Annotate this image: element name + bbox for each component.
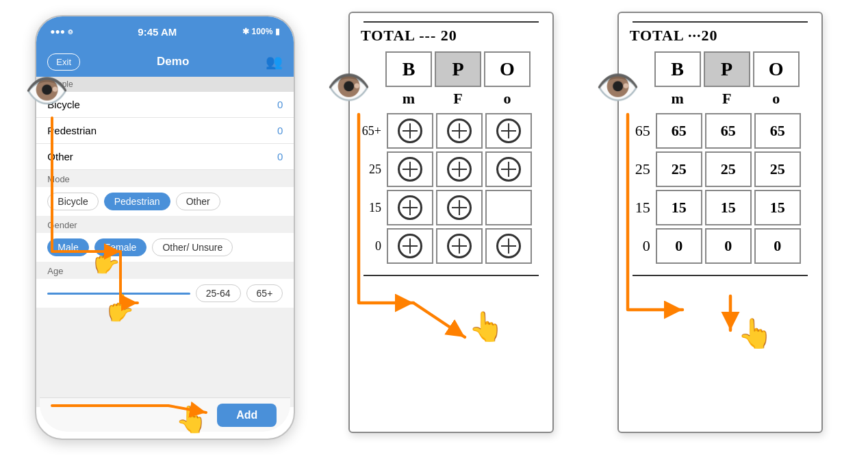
sub-row: m F o	[385, 90, 544, 108]
pedestrian-label: Pedestrian	[47, 125, 97, 136]
paper-bottom-line	[363, 275, 539, 276]
other-row: Other 0	[36, 144, 294, 170]
eye-icon-2: 👁️	[327, 66, 371, 108]
cell-25-b-3: 25	[656, 151, 702, 187]
cell-15-b-3: 15	[656, 190, 702, 225]
users-icon: 👥	[266, 53, 283, 70]
paper-panel-2: 👁️ TOTAL --- 20 B P O m F o 65+	[335, 8, 567, 447]
hand-icon-1: 👆	[90, 245, 122, 275]
phone-bottom-bar: Add	[40, 397, 290, 432]
col-headers-3: B P O	[654, 51, 813, 87]
row-0: 0	[358, 228, 544, 264]
cell-0-b	[387, 228, 433, 264]
bicycle-row: Bicycle 0	[36, 92, 294, 118]
row-25: 25	[358, 151, 544, 187]
pedestrian-row: Pedestrian 0	[36, 118, 294, 144]
paper-sheet-2: TOTAL --- 20 B P O m F o 65+	[348, 12, 554, 433]
phone-frame: ●●● ⌾ 9:45 AM ✱ 100% ▮ Exit Demo 👥 Peopl…	[35, 15, 295, 440]
paper-bottom-line-3	[633, 275, 808, 276]
cell-25-p-3: 25	[705, 151, 752, 187]
mode-chips: Bicycle Pedestrian Other	[36, 187, 294, 216]
wifi-icon: ⌾	[68, 27, 73, 36]
cell-15-o	[485, 190, 532, 225]
row-65-3: 65 65 65 65	[627, 113, 813, 149]
battery-icon: ▮	[275, 27, 280, 36]
chip-other-mode[interactable]: Other	[176, 193, 220, 210]
chip-25-64[interactable]: 25-64	[196, 284, 241, 302]
status-time: 9:45 AM	[138, 26, 177, 38]
exit-button[interactable]: Exit	[47, 53, 80, 71]
cell-65-b-3: 65	[656, 113, 702, 149]
phone-content: People Bicycle 0 Pedestrian 0 Other 0 Mo…	[36, 77, 294, 407]
chip-other-unsure[interactable]: Other/ Unsure	[152, 238, 233, 256]
col-p: P	[435, 51, 481, 87]
age-row: 25-64 65+	[36, 279, 294, 308]
cell-0-o	[485, 228, 532, 264]
status-bar: ●●● ⌾ 9:45 AM ✱ 100% ▮	[36, 16, 294, 47]
gender-label: Gender	[47, 220, 77, 230]
paper-grid-2: B P O m F o 65+ 25	[350, 46, 552, 269]
bicycle-value: 0	[277, 99, 283, 110]
sub-f-3: F	[704, 90, 750, 108]
sub-row-3: m F o	[654, 90, 813, 108]
hand-icon-2: 👆	[103, 293, 136, 323]
cell-65-b	[387, 113, 433, 149]
sub-m: m	[385, 90, 432, 108]
col-b: B	[385, 51, 432, 87]
gender-section-header: Gender	[36, 216, 294, 233]
paper-total-2: TOTAL --- 20	[350, 25, 552, 46]
mode-section-header: Mode	[36, 170, 294, 187]
row-15: 15	[358, 190, 544, 225]
row-25-3: 25 25 25 25	[627, 151, 813, 187]
bluetooth-icon: ✱	[242, 27, 249, 36]
battery-label: 100%	[252, 27, 273, 36]
cell-0-p	[436, 228, 483, 264]
sub-o: o	[484, 90, 531, 108]
label-15: 15	[358, 201, 384, 215]
cell-65-o-3: 65	[754, 113, 801, 149]
cell-65-p-3: 65	[705, 113, 752, 149]
col-headers: B P O	[385, 51, 544, 87]
eye-icon-1: 👁️	[25, 70, 69, 112]
col-o-3: O	[753, 51, 800, 87]
grid-body-2: 65+ 25 15	[358, 113, 544, 264]
hand-icon-p3: 👆	[737, 317, 773, 350]
col-b-3: B	[654, 51, 701, 87]
cell-25-p	[436, 151, 483, 187]
nav-title: Demo	[157, 55, 189, 69]
col-p-3: P	[704, 51, 750, 87]
label-0-3: 0	[627, 237, 653, 255]
hand-icon-3: 👆	[175, 404, 207, 434]
chip-pedestrian[interactable]: Pedestrian	[104, 193, 170, 210]
age-section-header: Age	[36, 262, 294, 279]
phone-panel: 👁️ ●●● ⌾ 9:45 AM ✱ 100% ▮ Exit Demo 👥	[31, 8, 298, 447]
label-15-3: 15	[627, 199, 653, 217]
cell-15-o-3: 15	[754, 190, 801, 225]
paper-panel-3: 👁️ TOTAL ···20 B P O m F o 65 65	[604, 8, 837, 447]
cell-65-o	[485, 113, 532, 149]
add-button[interactable]: Add	[217, 404, 277, 427]
eye-icon-3: 👁️	[596, 66, 640, 108]
paper-sheet-3: TOTAL ···20 B P O m F o 65 65 65	[617, 12, 823, 433]
cell-25-o-3: 25	[754, 151, 801, 187]
sub-o-3: o	[753, 90, 800, 108]
other-label: Other	[47, 151, 73, 162]
sub-m-3: m	[654, 90, 701, 108]
chip-male[interactable]: Male	[47, 238, 88, 256]
label-0: 0	[358, 239, 384, 254]
label-65-3: 65	[627, 122, 653, 140]
mode-label: Mode	[47, 174, 70, 184]
paper-top-line-3	[633, 21, 808, 23]
chip-65plus[interactable]: 65+	[246, 284, 283, 302]
age-label: Age	[47, 266, 63, 276]
cell-0-o-3: 0	[754, 228, 801, 264]
chip-bicycle[interactable]: Bicycle	[47, 193, 98, 210]
row-0-3: 0 0 0 0	[627, 228, 813, 264]
label-25-3: 25	[627, 160, 653, 178]
cell-25-b	[387, 151, 433, 187]
other-value: 0	[277, 151, 283, 162]
row-15-3: 15 15 15 15	[627, 190, 813, 225]
hand-icon-p2: 👆	[468, 310, 504, 343]
nav-bar: Exit Demo 👥	[36, 47, 294, 77]
signal-icon: ●●●	[50, 27, 65, 36]
